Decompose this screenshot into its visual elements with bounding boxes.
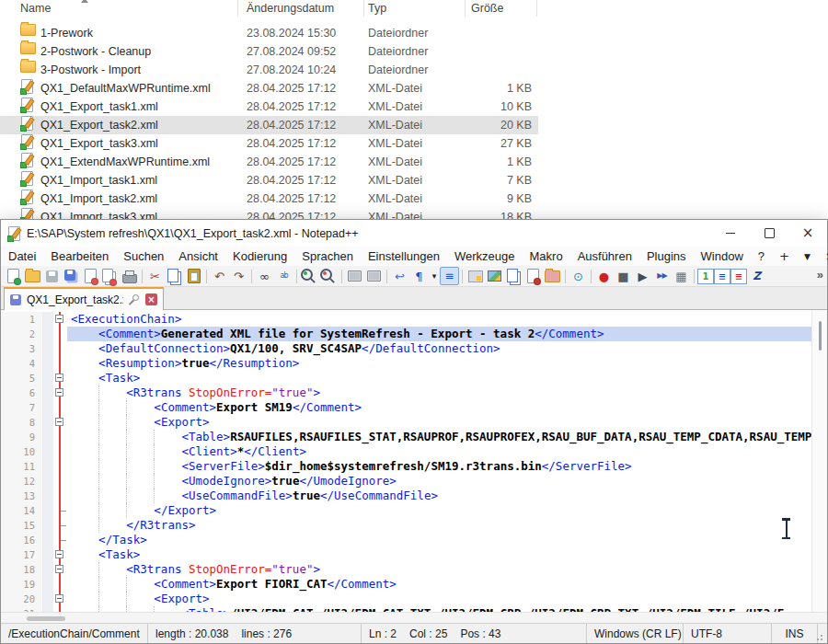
save-all-button[interactable] bbox=[62, 267, 81, 285]
file-row[interactable]: QX1_Import_task3.xml28.04.2025 17:12XML-… bbox=[0, 208, 538, 219]
code-line-7[interactable]: 7<Comment>Export SM19</Comment> bbox=[1, 400, 811, 415]
cut-button[interactable]: ✂ bbox=[145, 267, 165, 285]
save-file-button[interactable] bbox=[42, 267, 62, 285]
function-list-button[interactable] bbox=[466, 267, 485, 285]
code-line-13[interactable]: 13<UseCommandFile>true</UseCommandFile> bbox=[1, 489, 811, 503]
macro-stop-button[interactable]: ■ bbox=[614, 267, 633, 285]
file-row[interactable]: QX1_Export_task3.xml28.04.2025 17:12XML-… bbox=[0, 134, 538, 153]
menu-help[interactable]: ? bbox=[751, 249, 772, 263]
menu-window[interactable]: Window bbox=[694, 249, 751, 263]
paste-button[interactable] bbox=[184, 267, 203, 285]
menu-werkzeuge[interactable]: Werkzeuge bbox=[447, 249, 523, 263]
find-button[interactable]: ∞ bbox=[255, 267, 274, 285]
macro-run-multiple-button[interactable]: ▶▶ bbox=[652, 267, 672, 285]
code-line-9[interactable]: 9<Table>RSAUFILES,RSAUFILES_STAT,RSAUPRO… bbox=[1, 430, 811, 444]
code-line-6[interactable]: 6<R3trans StopOnError="true"> bbox=[1, 385, 811, 400]
file-row[interactable]: QX1_ExtendMaxWPRuntime.xml28.04.2025 17:… bbox=[0, 153, 538, 171]
editor[interactable]: 1<ExecutionChain>2<Comment>Generated XML… bbox=[1, 310, 827, 612]
zoom-out-button[interactable] bbox=[319, 267, 339, 285]
toolbar-overflow-icon[interactable]: » bbox=[817, 268, 823, 282]
menu-suchen[interactable]: Suchen bbox=[116, 249, 171, 263]
tab-close-icon[interactable]: × bbox=[145, 293, 157, 305]
code-line-16[interactable]: 16</Task> bbox=[1, 533, 811, 547]
fold-margin[interactable] bbox=[53, 385, 67, 400]
sync-scroll-vertical-button[interactable] bbox=[345, 267, 364, 285]
doc-monitor-button[interactable]: 1 bbox=[697, 269, 714, 284]
code-line-18[interactable]: 18<R3trans StopOnError="true"> bbox=[1, 562, 811, 577]
symbol-dropdown-button[interactable]: ▾ bbox=[429, 267, 440, 285]
indent-guide-button[interactable]: ≡ bbox=[440, 267, 459, 285]
menu-ausfhren[interactable]: Ausführen bbox=[570, 249, 639, 263]
code-line-12[interactable]: 12<UmodeIgnore>true</UmodeIgnore> bbox=[1, 474, 811, 489]
pin-icon[interactable] bbox=[129, 293, 140, 305]
status-eol-format[interactable]: Windows (CR LF) bbox=[587, 624, 684, 643]
code-line-3[interactable]: 3<DefaultConnection>QX1/100, SRV_SC4SAP<… bbox=[1, 341, 811, 356]
code-line-8[interactable]: 8<Export> bbox=[1, 415, 811, 430]
code-line-4[interactable]: 4<Resumption>true</Resumption> bbox=[1, 356, 811, 371]
document-list-button[interactable] bbox=[504, 267, 523, 285]
copy-button[interactable] bbox=[165, 267, 184, 285]
redo-button[interactable]: ↷ bbox=[229, 267, 248, 285]
close-button[interactable]: × bbox=[788, 220, 827, 247]
menu-einstellungen[interactable]: Einstellungen bbox=[361, 249, 447, 263]
menu-bearbeiten[interactable]: Bearbeiten bbox=[43, 249, 116, 263]
undo-button[interactable]: ↶ bbox=[210, 267, 229, 285]
macro-record-button[interactable]: ● bbox=[594, 267, 614, 285]
code-line-15[interactable]: 15</R3trans> bbox=[1, 518, 811, 533]
file-row[interactable]: QX1_Export_task1.xml28.04.2025 17:12XML-… bbox=[0, 98, 538, 116]
code-line-10[interactable]: 10<Client>*</Client> bbox=[1, 444, 811, 459]
new-tab-button[interactable]: + bbox=[772, 249, 797, 263]
code-line-17[interactable]: 17<Task> bbox=[1, 547, 811, 562]
column-separator[interactable] bbox=[536, 0, 537, 17]
print-button[interactable] bbox=[120, 267, 139, 285]
status-insert-mode[interactable]: INS bbox=[772, 624, 818, 643]
maximize-button[interactable] bbox=[750, 220, 788, 247]
file-row[interactable]: 2-Postwork - Cleanup27.08.2024 09:52Date… bbox=[0, 42, 538, 61]
folder-as-workspace-button[interactable] bbox=[543, 267, 562, 285]
edit-popup-button[interactable] bbox=[523, 267, 543, 285]
vertical-scrollbar[interactable] bbox=[811, 310, 827, 612]
word-wrap-button[interactable]: ↩ bbox=[390, 267, 409, 285]
fold-collapse-icon[interactable] bbox=[55, 315, 63, 323]
close-file-button[interactable] bbox=[81, 267, 100, 285]
column-header-typ[interactable]: Typ bbox=[368, 0, 386, 17]
horizontal-scrollbar-thumb[interactable] bbox=[27, 616, 65, 621]
menu-sprachen[interactable]: Sprachen bbox=[294, 249, 361, 263]
tab-list-dropdown-button[interactable]: ▼ bbox=[797, 252, 818, 261]
fold-collapse-icon[interactable] bbox=[55, 594, 63, 603]
zoom-in-button[interactable] bbox=[300, 267, 319, 285]
menu-plugins[interactable]: Plugins bbox=[639, 249, 694, 263]
fold-margin[interactable] bbox=[53, 562, 67, 577]
file-row[interactable]: QX1_DefaultMaxWPRuntime.xml28.04.2025 17… bbox=[0, 79, 538, 98]
file-row[interactable]: QX1_Export_task2.xml28.04.2025 17:12XML-… bbox=[0, 116, 538, 134]
fold-margin[interactable] bbox=[53, 592, 67, 606]
open-file-button[interactable] bbox=[23, 267, 42, 285]
fold-margin[interactable] bbox=[53, 415, 67, 430]
code-line-20[interactable]: 20<Export> bbox=[1, 592, 811, 606]
new-file-button[interactable] bbox=[4, 267, 23, 285]
fold-margin[interactable] bbox=[53, 371, 67, 385]
minimize-button[interactable] bbox=[711, 220, 750, 247]
show-all-characters-button[interactable]: ¶ bbox=[409, 267, 429, 285]
code-line-14[interactable]: 14</Export> bbox=[1, 503, 811, 518]
sync-scroll-horizontal-button[interactable] bbox=[364, 267, 384, 285]
fold-collapse-icon[interactable] bbox=[55, 418, 63, 426]
vertical-scrollbar-thumb[interactable] bbox=[819, 321, 822, 351]
code-line-2[interactable]: 2<Comment>Generated XML file for SystemR… bbox=[1, 327, 811, 341]
column-separator[interactable] bbox=[465, 0, 466, 17]
document-map-button[interactable] bbox=[485, 267, 504, 285]
menu-makro[interactable]: Makro bbox=[523, 249, 570, 263]
macro-play-button[interactable]: ▶ bbox=[633, 267, 652, 285]
doc-list-blue-button[interactable]: ≡ bbox=[714, 269, 730, 284]
doc-list-red-button[interactable]: ≡ bbox=[730, 269, 747, 284]
resize-grip[interactable] bbox=[817, 633, 824, 640]
close-all-button[interactable] bbox=[100, 267, 120, 285]
column-header-nderungsdatum[interactable]: Änderungsdatum bbox=[247, 0, 334, 17]
fold-collapse-icon[interactable] bbox=[55, 550, 63, 558]
code-line-1[interactable]: 1<ExecutionChain> bbox=[1, 312, 811, 327]
fold-collapse-icon[interactable] bbox=[55, 388, 63, 397]
file-row[interactable]: 1-Prework23.08.2024 15:30Dateiordner bbox=[0, 24, 538, 42]
tab-qx1-export-task2[interactable]: QX1_Export_task2.xml × bbox=[4, 287, 164, 310]
column-separator[interactable] bbox=[237, 0, 238, 17]
file-row[interactable]: QX1_Import_task2.xml28.04.2025 17:12XML-… bbox=[0, 190, 538, 208]
